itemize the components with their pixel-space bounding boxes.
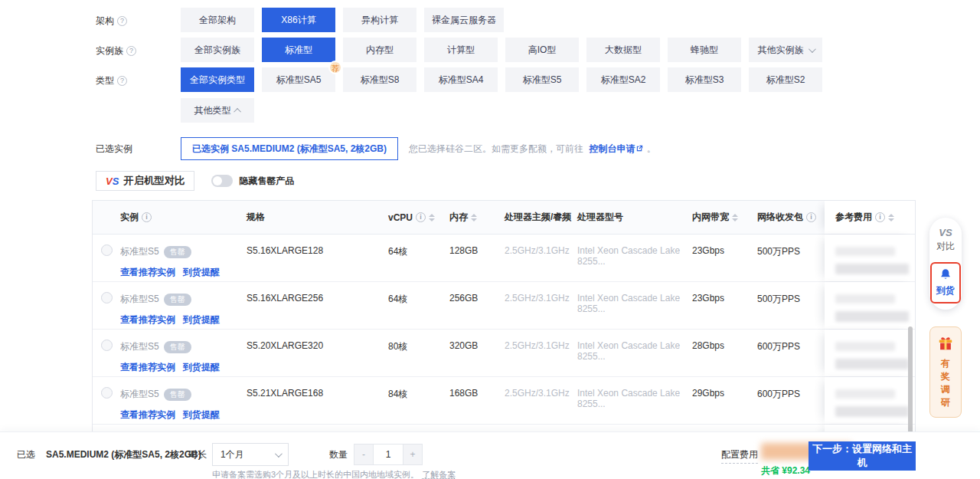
family-option-highio[interactable]: 高IO型 [505,38,579,62]
arrival-remind-link[interactable]: 到货提醒 [183,267,220,277]
col-pps[interactable]: 网络收发包i [757,201,825,234]
duration-select[interactable]: 1个月 [212,443,289,466]
arrival-remind-link[interactable]: 到货提醒 [183,314,220,325]
quota-note-end: 。 [647,143,656,154]
fee-cell-redacted [825,377,916,424]
quota-note: 您已选择硅谷二区。如需更多配额，可前往 控制台申请 。 [409,143,656,156]
console-apply-link[interactable]: 控制台申请 [589,143,644,154]
row-radio-cell [93,235,120,281]
learn-filing-link[interactable]: 了解备案 [422,470,456,479]
type-option-s2[interactable]: 标准型S2 [749,67,822,92]
vs-icon[interactable]: VS [929,227,962,238]
type-options: 全部实例类型 标准型SA5 荐 标准型S8 标准型SA4 标准型S5 标准型SA… [181,67,822,92]
quantity-minus-button[interactable]: - [354,444,374,465]
row-radio[interactable] [101,244,113,256]
row-radio-cell [93,282,120,329]
fee-cell-redacted [825,330,916,376]
sort-icon[interactable] [429,214,435,221]
family-option-standard[interactable]: 标准型 [262,38,335,62]
arch-option-x86[interactable]: X86计算 [262,8,335,32]
type-option-sa4[interactable]: 标准型SA4 [424,67,498,92]
pps-cell: 500万PPS [757,235,825,281]
price-blur [835,359,909,369]
row-radio[interactable] [101,340,113,351]
table-scrollbar[interactable] [908,326,913,440]
col-spec: 规格 [247,201,388,234]
vcpu-cell: 64核 [388,282,449,329]
frequency-cell: 2.5GHz/3.1GHz [505,330,577,376]
enable-compare-label: 开启机型对比 [123,174,185,188]
family-option-other-text: 其他实例族 [758,44,804,57]
family-option-all[interactable]: 全部实例族 [181,38,254,62]
type-option-s8[interactable]: 标准型S8 [343,67,416,92]
view-recommend-link[interactable]: 查看推荐实例 [120,362,175,372]
col-memory[interactable]: 内存 [449,201,505,234]
price-blur [835,342,895,351]
row-radio[interactable] [101,292,113,303]
external-link-icon [635,144,644,153]
col-vcpu[interactable]: vCPUi [388,201,449,234]
pps-cell: 600万PPS [757,330,825,376]
model-cell: Intel Xeon Cascade Lake 8255... [577,377,692,424]
arch-option-all[interactable]: 全部架构 [181,8,254,32]
selected-instance-box[interactable]: 已选实例 SA5.MEDIUM2 (标准型SA5, 2核2GB) [181,137,398,160]
instance-table: 实例i 规格 vCPUi 内存 处理器主频/睿频 处理器型号 内网带宽 网络收发… [92,200,916,443]
family-option-other[interactable]: 其他实例族 [749,38,822,62]
arrival-label: 到货 [933,284,958,297]
family-option-compute[interactable]: 计算型 [424,38,498,62]
bandwidth-cell: 23Gbps [692,235,757,281]
chevron-down-icon [808,45,815,53]
family-option-memory[interactable]: 内存型 [343,38,416,62]
family-option-bigdata[interactable]: 大数据型 [586,38,660,62]
side-compare-label[interactable]: 对比 [929,240,962,253]
spec-cell: S5.16XLARGE256 [247,282,388,329]
info-icon[interactable]: i [142,212,152,222]
bandwidth-cell: 29Gbps [692,377,757,424]
duration-label: 时长 [188,448,207,461]
enable-compare-button[interactable]: VS 开启机型对比 [96,171,194,191]
filter-row-type: 类型 ? 全部实例类型 标准型SA5 荐 标准型S8 标准型SA4 标准型S5 … [96,67,980,123]
arch-option-heterogeneous[interactable]: 异构计算 [343,8,416,32]
col-instance[interactable]: 实例i [120,201,247,234]
view-recommend-link[interactable]: 查看推荐实例 [120,409,175,420]
instance-cell: 标准型S5售罄 查看推荐实例到货提醒 [120,330,247,376]
row-radio-cell [93,377,120,424]
sort-icon[interactable] [732,214,738,221]
hide-soldout-toggle[interactable] [211,175,233,187]
type-option-s3[interactable]: 标准型S3 [668,67,741,92]
help-icon[interactable]: ? [117,16,127,26]
config-fee-label[interactable]: 配置费用 [721,448,758,464]
col-fee[interactable]: 参考费用i [825,201,916,234]
arrival-remind-link[interactable]: 到货提醒 [183,409,220,420]
quota-note-text: 您已选择硅谷二区。如需更多配额，可前往 [409,143,583,154]
quantity-value[interactable]: 1 [374,444,403,465]
survey-button[interactable]: 有奖调研 [929,326,962,418]
arrival-remind-link[interactable]: 到货提醒 [183,362,220,372]
type-option-sa5[interactable]: 标准型SA5 荐 [262,67,335,92]
col-bandwidth[interactable]: 内网带宽 [692,201,757,234]
footer-bar: 已选 SA5.MEDIUM2 (标准型SA5, 2核2GB) 时长 1个月 数量… [0,431,980,479]
sort-icon[interactable] [471,214,477,221]
family-option-fengchi[interactable]: 蜂驰型 [668,38,741,62]
info-icon[interactable]: i [806,212,816,222]
view-recommend-link[interactable]: 查看推荐实例 [120,314,175,325]
memory-cell: 168GB [449,377,505,424]
info-icon[interactable]: i [875,212,885,222]
filing-note-text: 申请备案需选购3个月及以上时长的中国内地地域实例。 [212,470,419,479]
arch-option-baremetal[interactable]: 裸金属云服务器 [424,8,504,32]
view-recommend-link[interactable]: 查看推荐实例 [120,267,175,277]
type-option-other-types[interactable]: 其他类型 [181,98,254,123]
info-icon[interactable]: i [416,212,426,222]
type-option-all[interactable]: 全部实例类型 [181,67,254,92]
help-icon[interactable]: ? [117,76,127,86]
next-step-button[interactable]: 下一步：设置网络和主机 [808,441,916,471]
type-option-s5[interactable]: 标准型S5 [505,67,579,92]
arrival-button[interactable]: 到货 [930,262,961,303]
row-radio[interactable] [101,387,113,399]
frequency-cell: 2.5GHz/3.1GHz [505,235,577,281]
sort-icon[interactable] [888,214,894,221]
type-option-sa2[interactable]: 标准型SA2 [586,67,660,92]
memory-cell: 320GB [449,330,505,376]
help-icon[interactable]: ? [126,46,136,56]
quantity-plus-button[interactable]: + [403,444,423,465]
